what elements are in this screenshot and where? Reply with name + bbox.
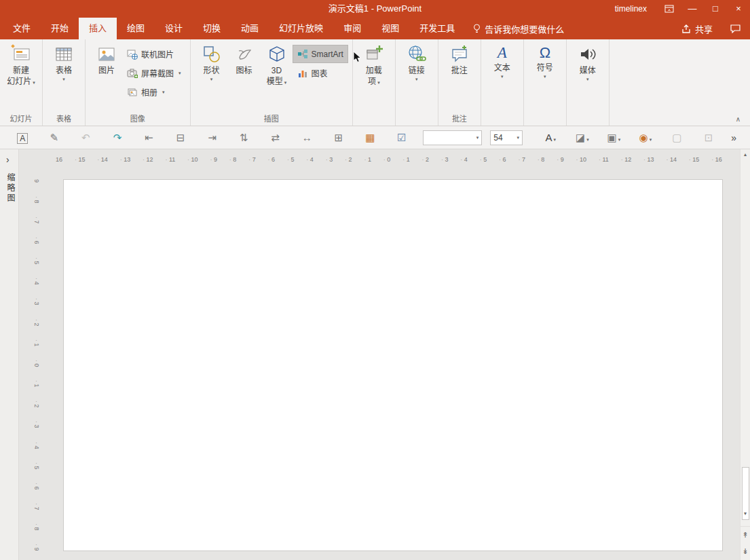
reuse-slides-button[interactable]: ▦ (354, 132, 386, 144)
table-label: 表格 (56, 66, 72, 75)
symbol-button[interactable]: Ω 符号 ▾ (529, 42, 561, 81)
font-name-combo[interactable]: ▾ (423, 130, 482, 145)
group-symbols: Ω 符号 ▾ (524, 39, 567, 126)
text-button[interactable]: A 文本 ▾ (486, 42, 519, 81)
tab-view[interactable]: 视图 (371, 18, 409, 39)
text-style-button[interactable]: ▣▾ (598, 132, 630, 144)
chart-button[interactable]: 图表 (293, 64, 348, 81)
thumbnail-pane-collapsed[interactable]: › 缩略图 (0, 149, 19, 560)
dropdown-caret: ▾ (517, 135, 519, 141)
account-name[interactable]: timelinex (615, 4, 647, 14)
new-slide-button[interactable]: 新建 幻灯片▾ (5, 42, 37, 88)
3d-models-button[interactable]: 3D 模型▾ (261, 42, 293, 88)
omega-icon: Ω (540, 44, 550, 62)
addins-button[interactable]: 加载 项▾ (358, 42, 390, 88)
tab-slideshow[interactable]: 幻灯片放映 (269, 18, 333, 39)
screenshot-icon (127, 68, 138, 79)
ribbon-display-options-button[interactable] (658, 0, 681, 18)
smartart-button[interactable]: SmartArt (293, 45, 348, 62)
dropdown-caret: ▾ (179, 71, 181, 76)
addins-label-line2: 项 (368, 77, 376, 86)
minimize-button[interactable]: — (681, 0, 704, 18)
share-button[interactable]: 共享 (673, 22, 721, 35)
horizontal-ruler: 1615141312111098765432101234567891011121… (54, 154, 724, 165)
new-comment-button[interactable]: 批注 (443, 42, 476, 77)
thumbnail-pane-label: 缩略图 (5, 173, 16, 204)
ruler-number: 2 (33, 319, 40, 326)
distribute-rows-button[interactable]: ⇅ (228, 132, 260, 144)
align-left-button[interactable]: ⇤ (133, 132, 165, 144)
dropdown-caret: ▾ (377, 80, 380, 85)
ruler-number: 9 (33, 544, 40, 551)
3d-models-label-line2: 模型 (267, 77, 283, 86)
tell-me-label: 告诉我你想要做什么 (485, 22, 564, 35)
ink-pen-button[interactable]: ✎ (39, 132, 71, 144)
tab-design[interactable]: 设计 (155, 18, 193, 39)
font-color-icon: A (546, 132, 552, 143)
font-size-value: 54 (493, 133, 502, 143)
tab-insert[interactable]: 插入 (79, 18, 117, 39)
pictures-button[interactable]: 图片 (90, 42, 123, 77)
undo-button[interactable]: ↶ (70, 132, 102, 144)
picture-tool-button[interactable]: ▢ (661, 132, 693, 144)
font-color-button[interactable]: A▾ (535, 132, 567, 143)
tab-transitions[interactable]: 切换 (193, 18, 231, 39)
align-right-button[interactable]: ⇥ (196, 132, 228, 144)
align-middle-button[interactable]: ⊞ (322, 132, 354, 144)
ruler-number: 1 (401, 156, 411, 163)
ruler-number: 3 (324, 156, 335, 163)
next-slide-button[interactable]: ↡ (740, 547, 750, 556)
tell-me-box[interactable]: 告诉我你想要做什么 (465, 18, 572, 39)
comment-bubble-icon (730, 24, 740, 33)
tab-review[interactable]: 审阅 (333, 18, 371, 39)
collapse-ribbon-button[interactable]: ∧ (736, 115, 740, 123)
tab-animations[interactable]: 动画 (231, 18, 269, 39)
tab-draw[interactable]: 绘图 (117, 18, 155, 39)
dropdown-caret: ▾ (284, 80, 287, 85)
slide-show-tool-button[interactable]: ⊡ (693, 132, 725, 144)
ruler-number: 1 (33, 339, 40, 347)
screenshot-button[interactable]: 屏幕截图 ▾ (123, 64, 185, 81)
tab-developer[interactable]: 开发工具 (409, 18, 465, 39)
link-icon (407, 44, 427, 64)
addins-label-line1: 加载 (366, 66, 382, 75)
distribute-columns-button[interactable]: ⇄ (259, 132, 291, 144)
font-size-combo[interactable]: 54 ▾ (490, 130, 523, 145)
ruler-number: 15 (73, 156, 87, 163)
photo-album-button[interactable]: 相册 ▾ (123, 83, 185, 100)
align-center-button[interactable]: ↔ (291, 132, 323, 143)
shapes-button[interactable]: 形状 ▾ (195, 42, 228, 84)
text-box-tool-button[interactable]: A (7, 132, 39, 143)
ruler-number: 4 (305, 156, 315, 163)
links-button[interactable]: 链接 ▾ (400, 42, 433, 84)
highlight-icon: ◪ (576, 132, 585, 143)
group-media: 媒体 ▾ (567, 39, 610, 126)
highlight-button[interactable]: ◪▾ (567, 132, 599, 144)
print-button[interactable]: ⊟ (165, 132, 197, 144)
redo-button[interactable]: ↷ (102, 132, 134, 144)
dropdown-caret: ▾ (650, 137, 652, 142)
tab-home[interactable]: 开始 (41, 18, 79, 39)
toolbar-overflow-button[interactable]: » (724, 132, 743, 143)
dropdown-caret: ▾ (210, 77, 213, 82)
online-pictures-button[interactable]: 联机图片 (123, 45, 185, 62)
comments-button[interactable] (721, 24, 750, 33)
maximize-button[interactable]: □ (704, 0, 727, 18)
slide-canvas[interactable] (63, 179, 723, 551)
addins-icon (364, 44, 384, 64)
scroll-down-arrow[interactable]: ▾ (740, 510, 750, 517)
previous-slide-button[interactable]: ↟ (740, 526, 750, 540)
expand-pane-chevron-icon[interactable]: › (6, 154, 18, 165)
ruler-number: 11 (597, 156, 610, 163)
table-button[interactable]: 表格 ▾ (48, 42, 80, 84)
tab-file[interactable]: 文件 (3, 18, 41, 39)
close-button[interactable]: × (727, 0, 750, 18)
icons-button[interactable]: 图标 (228, 42, 261, 77)
dropdown-caret: ▾ (33, 80, 35, 85)
reuse-slides-icon: ▦ (365, 132, 375, 143)
vertical-scrollbar[interactable]: ▴ ▾ ↟ ↡ (740, 149, 750, 560)
proofing-button[interactable]: ☑ (386, 132, 418, 144)
record-button[interactable]: ◉▾ (630, 132, 662, 144)
scroll-up-arrow[interactable]: ▴ (740, 151, 750, 157)
media-button[interactable]: 媒体 ▾ (571, 42, 604, 84)
